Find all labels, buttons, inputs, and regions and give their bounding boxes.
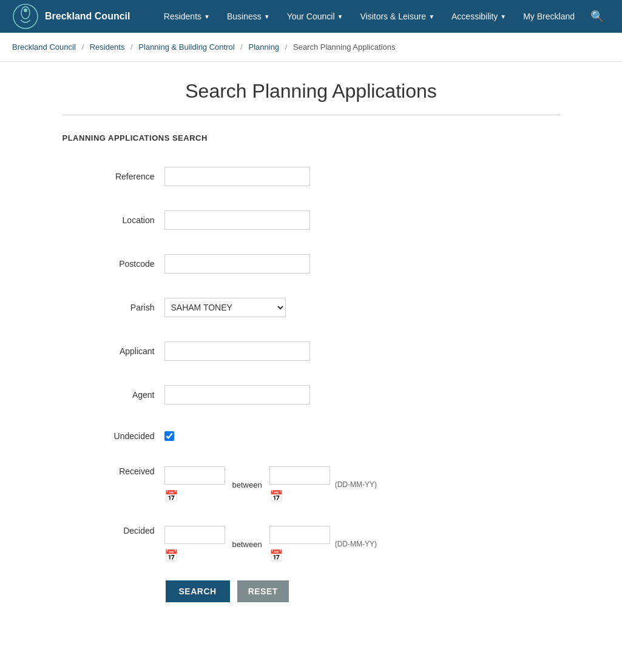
undecided-row: Undecided bbox=[63, 423, 560, 449]
decided-date-format: (DD-MM-YY) bbox=[335, 540, 377, 548]
svg-point-2 bbox=[24, 8, 27, 12]
received-row: Received 📅 between 📅 (DD-MM-YY) bbox=[63, 462, 560, 509]
calendar-icon[interactable]: 📅 bbox=[269, 489, 330, 503]
received-label: Received bbox=[63, 462, 160, 509]
chevron-down-icon: ▼ bbox=[337, 13, 343, 20]
decided-label: Decided bbox=[63, 521, 160, 568]
nav-my-breckland[interactable]: My Breckland bbox=[516, 7, 582, 26]
received-between-label: between bbox=[232, 480, 262, 489]
svg-point-0 bbox=[13, 4, 38, 29]
breadcrumb-link-planning-building[interactable]: Planning & Building Control bbox=[138, 42, 234, 52]
chevron-down-icon: ▼ bbox=[204, 13, 210, 20]
agent-row: Agent bbox=[63, 379, 560, 411]
title-divider bbox=[63, 115, 560, 115]
breadcrumb-current: Search Planning Applications bbox=[293, 42, 395, 52]
breadcrumb-link-residents[interactable]: Residents bbox=[90, 42, 125, 52]
logo-icon bbox=[12, 3, 39, 30]
postcode-input[interactable] bbox=[164, 254, 310, 274]
applicant-input[interactable] bbox=[164, 341, 310, 361]
reference-label: Reference bbox=[63, 161, 160, 192]
calendar-icon[interactable]: 📅 bbox=[269, 549, 330, 562]
breadcrumb: Breckland Council / Residents / Planning… bbox=[0, 33, 622, 62]
logo-link[interactable]: Breckland Council bbox=[12, 3, 130, 30]
agent-label: Agent bbox=[63, 379, 160, 411]
decided-row: Decided 📅 between 📅 (DD-MM-YY) bbox=[63, 521, 560, 568]
chevron-down-icon: ▼ bbox=[428, 13, 434, 20]
nav-accessibility[interactable]: Accessibility ▼ bbox=[444, 7, 513, 26]
applicant-label: Applicant bbox=[63, 335, 160, 367]
received-date-format: (DD-MM-YY) bbox=[335, 480, 377, 489]
chevron-down-icon: ▼ bbox=[264, 13, 270, 20]
undecided-label: Undecided bbox=[63, 423, 160, 449]
form-buttons: SEARCH RESET bbox=[63, 580, 560, 602]
section-heading: PLANNING APPLICATIONS SEARCH bbox=[63, 133, 560, 143]
calendar-icon[interactable]: 📅 bbox=[164, 549, 225, 562]
location-input[interactable] bbox=[164, 210, 310, 230]
received-start-input[interactable] bbox=[164, 466, 225, 485]
decided-end-input[interactable] bbox=[269, 526, 330, 544]
postcode-label: Postcode bbox=[63, 248, 160, 280]
breadcrumb-link-home[interactable]: Breckland Council bbox=[12, 42, 76, 52]
received-end-input[interactable] bbox=[269, 466, 330, 485]
search-icon[interactable]: 🔍 bbox=[584, 5, 610, 28]
decided-start-input[interactable] bbox=[164, 526, 225, 544]
parish-label: Parish bbox=[63, 292, 160, 323]
logo-text: Breckland Council bbox=[45, 11, 130, 22]
reset-button[interactable]: RESET bbox=[237, 580, 289, 602]
nav-your-council[interactable]: Your Council ▼ bbox=[280, 7, 351, 26]
location-label: Location bbox=[63, 204, 160, 236]
parish-row: Parish SAHAM TONEYATTLEBOROUGHBANHAMDERE… bbox=[63, 292, 560, 323]
reference-input[interactable] bbox=[164, 167, 310, 186]
search-form: Reference Location Postcode bbox=[63, 161, 560, 568]
reference-row: Reference bbox=[63, 161, 560, 192]
nav-residents[interactable]: Residents ▼ bbox=[157, 7, 217, 26]
decided-between-label: between bbox=[232, 540, 262, 549]
breadcrumb-link-planning[interactable]: Planning bbox=[249, 42, 280, 52]
page-title: Search Planning Applications bbox=[63, 80, 560, 102]
main-nav: Residents ▼ Business ▼ Your Council ▼ Vi… bbox=[157, 5, 610, 28]
chevron-down-icon: ▼ bbox=[500, 13, 506, 20]
undecided-checkbox[interactable] bbox=[164, 431, 174, 441]
applicant-row: Applicant bbox=[63, 335, 560, 367]
location-row: Location bbox=[63, 204, 560, 236]
calendar-icon[interactable]: 📅 bbox=[164, 489, 225, 503]
nav-business[interactable]: Business ▼ bbox=[220, 7, 277, 26]
agent-input[interactable] bbox=[164, 385, 310, 405]
search-button[interactable]: SEARCH bbox=[166, 580, 230, 602]
main-content: Search Planning Applications PLANNING AP… bbox=[50, 62, 572, 639]
parish-select[interactable]: SAHAM TONEYATTLEBOROUGHBANHAMDEREHAMSWAF… bbox=[164, 298, 286, 317]
postcode-row: Postcode bbox=[63, 248, 560, 280]
site-header: Breckland Council Residents ▼ Business ▼… bbox=[0, 0, 622, 33]
nav-visitors-leisure[interactable]: Visitors & Leisure ▼ bbox=[353, 7, 442, 26]
